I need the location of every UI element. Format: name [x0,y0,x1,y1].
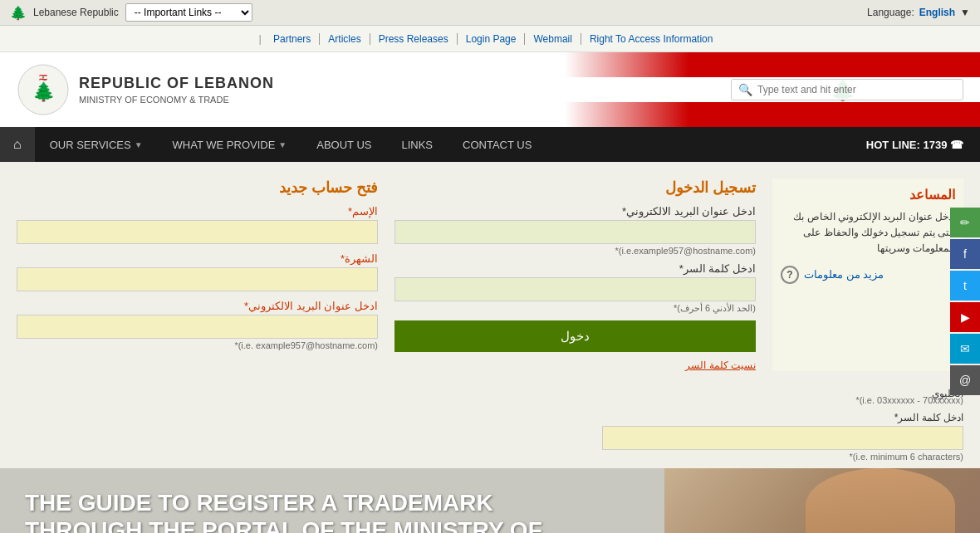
logo-area: 🇱🇧 🌲 REPUBLIC OF LEBANON MINISTRY OF ECO… [17,63,274,117]
login-password-label: ادخل كلمة السر* [394,262,756,275]
nav-our-services-label: OUR SERVICES [50,139,131,151]
logo-title: REPUBLIC OF LEBANON [79,74,274,93]
nav-link-login[interactable]: Login Page [458,33,526,45]
login-title: تسجيل الدخول [394,178,756,197]
help-panel: المساعد ادخل عنوان البريد الإلكتروني الخ… [772,178,963,371]
new-account-form: فتح حساب جديد الإسم* الشهرة* ادخل عنوان … [17,178,378,371]
nav-our-services[interactable]: OUR SERVICES ▼ [35,129,158,161]
login-email-label: ادخل عنوان البريد الالكتروني* [394,205,756,218]
nav-about-us-label: ABOUT US [316,139,371,151]
password-label2: ادخل كلمة السر* [602,412,963,423]
nav-links[interactable]: LINKS [386,129,448,161]
cedar-icon: 🌲 [10,5,27,21]
login-button[interactable]: دخول [394,320,756,352]
content-area: فتح حساب جديد الإسم* الشهرة* ادخل عنوان … [0,162,980,533]
nav-contact-us-label: CONTACT US [463,139,532,151]
phone-icon: ☎ [950,139,963,151]
nav-about-us[interactable]: ABOUT US [301,129,386,161]
email-input[interactable] [17,315,378,339]
email-hint: (i.e. example957@hostname.com)* [17,340,378,350]
flag-red-bottom [565,102,980,127]
login-email-input[interactable] [394,220,756,244]
important-links-dropdown[interactable]: -- Important Links -- [125,3,252,22]
help-title: المساعد [781,187,955,203]
surname-label: الشهرة* [17,252,378,265]
forgot-password-link[interactable]: نسيت كلمة السر [685,359,756,371]
mobile-hint: (i.e. 03xxxxxx - 70xxxxxx)* [602,395,963,405]
logo-subtitle: MINISTRY OF ECONOMY & TRADE [79,94,274,105]
republic-name: Lebanese Republic [33,7,119,18]
name-input[interactable] [17,220,378,244]
flag-red-top [565,52,980,77]
nav-what-we-provide[interactable]: WHAT WE PROVIDE ▼ [158,129,302,161]
logo-text: REPUBLIC OF LEBANON MINISTRY OF ECONOMY … [79,74,274,105]
language-arrow: ▼ [960,7,970,18]
search-icon: 🔍 [738,83,752,96]
banner-image [664,468,980,533]
nav-what-we-provide-arrow: ▼ [278,140,287,149]
svg-text:🌲: 🌲 [32,81,56,103]
nav-link-partners[interactable]: Partners [265,33,320,45]
top-bar-left: 🌲 Lebanese Republic -- Important Links -… [10,3,252,22]
side-mail-button[interactable]: @ [950,365,980,395]
nav-contact-us[interactable]: CONTACT US [448,129,546,161]
nav-link-press-releases[interactable]: Press Releases [370,33,458,45]
help-more-link[interactable]: مزيد من معلومات [804,268,884,281]
main-nav: ⌂ OUR SERVICES ▼ WHAT WE PROVIDE ▼ ABOUT… [0,127,980,162]
help-text: ادخل عنوان البريد الإلكتروني الخاص بك حت… [781,209,955,257]
side-twitter-button[interactable]: t [950,271,980,301]
search-input[interactable] [757,84,956,95]
search-bar: 🔍 [731,79,963,100]
nav-link-articles[interactable]: Articles [320,33,370,45]
nav-link-right-access[interactable]: Right To Access Information [581,33,722,45]
side-youtube-button[interactable]: ▶ [950,302,980,332]
help-question-icon: ? [781,266,799,284]
svg-text:🇱🇧: 🇱🇧 [39,73,47,81]
nav-home-button[interactable]: ⌂ [0,127,35,162]
side-facebook-button[interactable]: f [950,239,980,269]
help-more-area: مزيد من معلومات ? [781,266,955,284]
login-email-hint: (i.e.example957@hostname.com)* [394,246,756,256]
nav-our-services-arrow: ▼ [135,140,143,149]
secondary-nav: Partners Articles Press Releases Login P… [0,26,980,52]
login-form: تسجيل الدخول ادخل عنوان البريد الالكترون… [394,178,756,371]
login-password-input[interactable] [394,277,756,301]
side-edit-button[interactable]: ✏ [950,208,980,237]
side-buttons: ✏ f t ▶ ✉ @ [950,208,980,395]
side-message-button[interactable]: ✉ [950,334,980,364]
login-password-hint: (الحد الأدني 6 أحرف)* [394,303,756,314]
new-account-title: فتح حساب جديد [17,178,378,197]
forms-area: فتح حساب جديد الإسم* الشهرة* ادخل عنوان … [0,162,980,388]
language-label: Language: [867,7,914,18]
password-hint: (i.e. minimum 6 characters)* [602,452,963,462]
top-bar-right: Language: English ▼ [867,7,970,18]
surname-input[interactable] [17,267,378,291]
header: 🇱🇧 🌲 REPUBLIC OF LEBANON MINISTRY OF ECO… [0,52,980,127]
language-selector[interactable]: English [919,7,955,18]
name-label: الإسم* [17,205,378,218]
banner-text: THE GUIDE TO REGISTER A TRADEMARK THROUG… [0,472,631,533]
person-silhouette [806,468,955,533]
logo-image: 🇱🇧 🌲 [17,63,71,117]
banner-heading: THE GUIDE TO REGISTER A TRADEMARK THROUG… [25,489,606,533]
password-input-new[interactable] [602,426,963,450]
banner-section: THE GUIDE TO REGISTER A TRADEMARK THROUG… [0,468,980,533]
form-extra-fields: الخليوي (i.e. 03xxxxxx - 70xxxxxx)* ادخل… [0,388,980,468]
nav-links-label: LINKS [401,139,433,151]
email-label: ادخل عنوان البريد الالكتروني* [17,300,378,312]
top-bar: 🌲 Lebanese Republic -- Important Links -… [0,0,980,26]
nav-hotline: HOT LINE: 1739 ☎ [850,129,980,161]
hotline-label: HOT LINE: 1739 [866,139,950,151]
nav-what-we-provide-label: WHAT WE PROVIDE [173,139,276,151]
nav-link-webmail[interactable]: Webmail [525,33,581,45]
